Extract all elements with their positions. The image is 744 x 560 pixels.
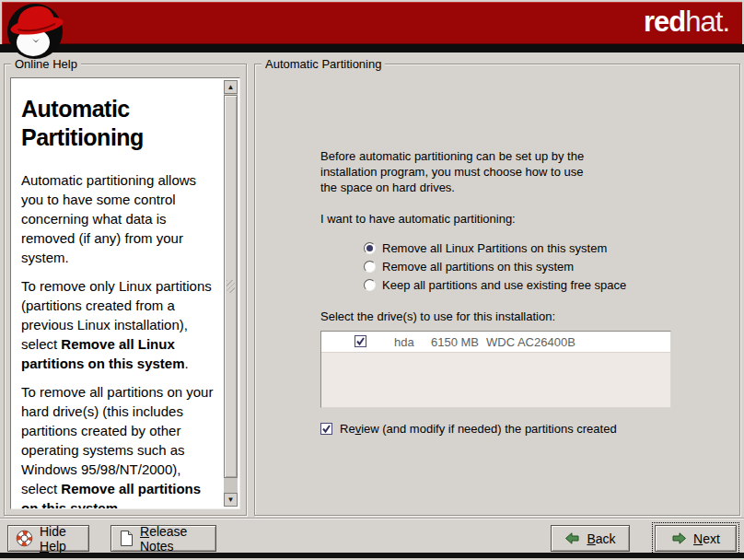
scroll-up-button[interactable]: ▲ [224, 80, 238, 94]
online-help-frame: Online Help Automatic Partitioning Autom… [4, 64, 247, 516]
help-paragraph-3: To remove all partitions on your hard dr… [21, 382, 216, 509]
release-notes-label: Release Notes [140, 524, 208, 554]
intro-text: Before automatic partitioning can be set… [320, 148, 600, 195]
release-notes-button[interactable]: Release Notes [110, 525, 216, 552]
next-button[interactable]: Next [655, 525, 737, 552]
next-post: ext [703, 531, 720, 546]
help-paragraph-1: Automatic partitioning allows you to hav… [21, 170, 216, 267]
drive-size: 6150 MB [431, 335, 479, 349]
automatic-partitioning-frame-label: Automatic Partitioning [262, 57, 385, 71]
checkmark-icon [355, 336, 366, 346]
automatic-partitioning-frame: Automatic Partitioning Before automatic … [254, 64, 740, 516]
document-icon [119, 530, 134, 547]
next-label: Next [693, 531, 720, 546]
banner-bottom-strip [0, 44, 744, 52]
next-arrow-icon [671, 531, 687, 545]
checkmark-icon [321, 424, 331, 434]
prompt-text: I want to have automatic partitioning: [320, 212, 707, 226]
review-checkbox-label: Review (and modify if needed) the partit… [340, 422, 617, 436]
radio-label: Remove all Linux Partitions on this syst… [382, 241, 607, 255]
drive-model: WDC AC26400B [486, 335, 575, 349]
hide-help-mnemonic: H [40, 539, 49, 554]
partitioning-radio-group: Remove all Linux Partitions on this syst… [364, 239, 707, 294]
bottom-edge-strip [0, 553, 744, 558]
scroll-down-button[interactable]: ▼ [224, 493, 238, 507]
drive-table-row[interactable]: hda 6150 MB WDC AC26400B [321, 332, 670, 353]
back-arrow-icon [564, 531, 580, 545]
wordmark-hat: hat. [685, 6, 729, 38]
help-scroll-area[interactable]: Automatic Partitioning Automatic partiti… [10, 77, 240, 509]
hide-help-post: elp [49, 539, 66, 554]
scroll-down-icon: ▼ [227, 496, 235, 504]
review-label-pre: Re [340, 422, 355, 436]
drive-select-label: Select the drive(s) to use for this inst… [320, 309, 707, 323]
release-notes-mnemonic: R [140, 524, 149, 539]
lifebuoy-help-icon [16, 530, 33, 547]
redhat-shadowman-icon [4, 1, 74, 62]
hide-help-label: Hide Help [40, 524, 81, 554]
review-checkbox[interactable] [320, 423, 332, 435]
redhat-wordmark: redhat. [644, 6, 729, 38]
help-p3-period: . [118, 500, 122, 509]
help-p3-text: To remove all partitions on your hard dr… [21, 384, 213, 496]
installer-window: { "banner": { "wordmark_bold": "red", "w… [0, 0, 744, 560]
review-label-post: iew (and modify if needed) the partition… [361, 422, 617, 436]
back-label: Back [587, 531, 615, 546]
back-button[interactable]: Back [551, 525, 630, 552]
wordmark-red: red [644, 6, 685, 38]
hide-help-button[interactable]: Hide Help [7, 525, 89, 552]
back-post: ack [596, 531, 616, 546]
radio-label: Keep all partitions and use existing fre… [382, 278, 626, 292]
help-title: Automatic Partitioning [21, 95, 216, 152]
help-content: Automatic Partitioning Automatic partiti… [21, 78, 216, 509]
partitioning-options: Before automatic partitioning can be set… [320, 148, 707, 436]
footer-separator [0, 518, 744, 519]
radio-option-remove-linux-partitions[interactable]: Remove all Linux Partitions on this syst… [364, 239, 707, 257]
radio-option-remove-all-partitions[interactable]: Remove all partitions on this system [364, 258, 707, 275]
help-paragraph-2: To remove only Linux partitions (partiti… [21, 276, 216, 373]
drive-device: hda [394, 335, 414, 349]
radio-option-keep-all-partitions[interactable]: Keep all partitions and use existing fre… [364, 276, 707, 294]
help-p2-period: . [185, 356, 189, 371]
hide-help-pre: Hide [40, 524, 66, 539]
next-mnemonic: N [693, 531, 703, 546]
scroll-up-icon: ▲ [227, 84, 235, 91]
drive-checkbox[interactable] [355, 335, 366, 347]
radio-selected-icon[interactable] [364, 242, 376, 254]
back-mnemonic: B [587, 531, 595, 546]
review-partitions-checkbox-row[interactable]: Review (and modify if needed) the partit… [320, 422, 707, 436]
radio-unselected-icon[interactable] [364, 261, 376, 273]
top-banner [2, 2, 742, 44]
scrollbar-thumb[interactable] [224, 95, 238, 478]
radio-label: Remove all partitions on this system [382, 260, 574, 274]
drive-table[interactable]: hda 6150 MB WDC AC26400B [320, 331, 671, 408]
scrollbar-grip-icon [227, 280, 235, 293]
help-scrollbar[interactable]: ▲ ▼ [224, 80, 238, 507]
radio-unselected-icon[interactable] [364, 279, 376, 291]
